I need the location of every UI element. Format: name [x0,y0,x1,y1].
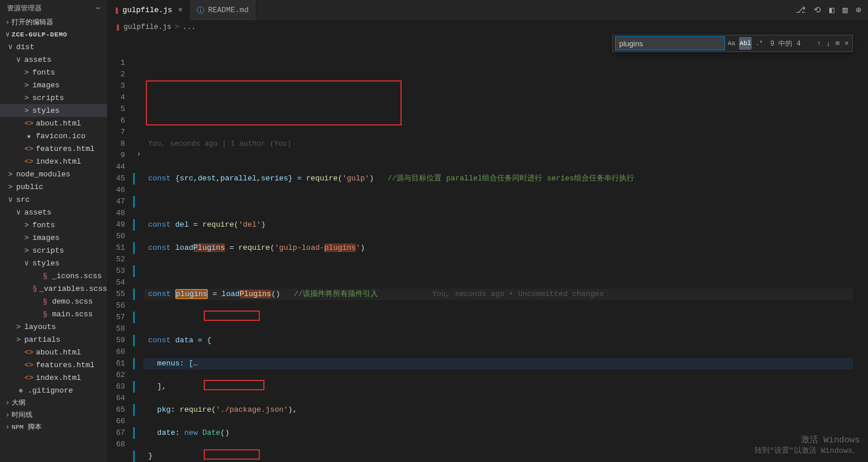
tree-item[interactable]: >scripts [0,91,107,104]
tree-item-label: demo.scss [52,297,93,306]
line-number: 50 [108,231,125,242]
tree-item[interactable]: >styles [0,104,107,117]
tree-item[interactable]: ∨assets [0,206,107,219]
file-icon: ⓘ [197,5,204,16]
file-icon: <> [24,157,34,166]
tree-item[interactable]: ∨dist [0,40,107,53]
more-actions-icon[interactable]: ⊕ [856,5,861,16]
line-number: 59 [108,335,125,346]
tree-item[interactable]: <>features.html [0,142,107,155]
chevron-right-icon: › [3,423,12,431]
chevron-icon: > [24,106,32,115]
explorer-more-icon[interactable]: ⋯ [96,4,100,13]
line-number: 8 [108,138,125,150]
split-editor-icon[interactable]: ◧ [829,5,834,16]
match-word-toggle[interactable]: Abl [739,37,752,50]
minimap[interactable] [853,34,868,450]
line-number: 58 [108,323,125,335]
line-number: 51 [108,242,125,254]
tree-item-label: about.html [36,119,81,128]
tree-item-label: _icons.scss [52,272,102,280]
gitlens-inline-blame [378,290,432,298]
tree-item[interactable]: >layouts [0,320,107,333]
file-icon: <> [24,119,34,128]
close-find-icon[interactable]: × [844,39,849,48]
line-number: 9 [108,150,125,161]
tree-item[interactable]: §_icons.scss [0,269,107,282]
tree-item[interactable]: >fonts [0,66,107,79]
chevron-right-icon: › [3,411,12,419]
regex-toggle[interactable]: .* [753,37,766,50]
tree-item[interactable]: <>about.html [0,117,107,130]
compare-icon[interactable]: ⟲ [814,5,821,16]
code-content[interactable]: You, seconds ago | 1 author (You) const … [144,34,868,462]
find-in-selection-icon[interactable]: ≡ [835,39,840,48]
match-case-toggle[interactable]: Aa [725,37,738,50]
tree-item[interactable]: <>index.html [0,155,107,168]
section-npm[interactable]: › NPM 脚本 [0,421,107,433]
tree-item[interactable]: ∨styles [0,257,107,269]
tree-item[interactable]: >node_modules [0,168,107,180]
line-number: 60 [108,346,125,358]
tree-item[interactable]: <>index.html [0,371,107,384]
code-editor[interactable]: 1234567894445464748495051525354555657585… [108,34,868,462]
split-editor-icon-2[interactable]: ▥ [843,5,848,16]
breadcrumb[interactable]: ❚ gulpfile.js > ... [108,20,868,34]
find-count: 9 中的 4 [770,39,801,49]
tree-item-label: node_modules [16,170,71,179]
line-number: 54 [108,277,125,289]
tree-item[interactable]: §demo.scss [0,295,107,308]
find-next-icon[interactable]: ↓ [826,39,831,48]
file-icon: ★ [24,131,34,141]
tree-item-label: layouts [24,323,56,331]
fold-icon[interactable]: › [134,150,144,161]
tree-item-label: styles [32,106,60,115]
source-control-icon[interactable]: ⎇ [796,5,806,16]
tree-item[interactable]: <>about.html [0,346,107,358]
tree-item-label: .gitignore [28,386,73,395]
tree-item[interactable]: >images [0,231,107,244]
tree-item[interactable]: ∨assets [0,53,107,66]
tree-item-label: styles [32,259,60,268]
tree-item-label: fonts [32,68,55,77]
tree-item-label: partials [24,335,60,344]
tree-item[interactable]: ◆.gitignore [0,384,107,397]
find-prev-icon[interactable]: ↑ [817,39,822,48]
tree-item[interactable]: §main.scss [0,308,107,320]
chevron-icon: > [8,170,16,179]
section-outline[interactable]: › 大纲 [0,397,107,409]
tab-bar: ❚gulpfile.js×ⓘREADME.md ⎇ ⟲ ◧ ▥ ⊕ [108,0,868,20]
tree-item[interactable]: >fonts [0,219,107,231]
line-number: 64 [108,393,125,404]
tab-label: README.md [208,6,248,14]
file-icon: <> [24,348,34,357]
line-number: 65 [108,404,125,416]
tree-item[interactable]: ★favicon.ico [0,130,107,142]
editor-tab[interactable]: ⓘREADME.md [190,0,256,20]
tree-item-label: main.scss [52,310,93,319]
sidebar: 资源管理器 ⋯ › 打开的编辑器 ∨ ZCE-GULP-DEMO ∨dist∨a… [0,0,108,462]
section-project[interactable]: ∨ ZCE-GULP-DEMO [0,28,107,40]
file-icon: <> [24,374,34,382]
tree-item[interactable]: >scripts [0,244,107,257]
line-number: 4 [108,92,125,104]
tree-item[interactable]: >images [0,79,107,91]
breadcrumb-more: ... [183,23,196,31]
close-tab-icon[interactable]: × [178,6,183,14]
tree-item-label: src [16,195,30,204]
tree-item-label: scripts [32,246,64,255]
chevron-icon: > [24,221,32,230]
tree-item[interactable]: <>features.html [0,358,107,371]
tree-item[interactable]: >partials [0,333,107,346]
tree-item[interactable]: >public [0,180,107,193]
tree-item[interactable]: §_variables.scss [0,282,107,295]
find-widget: Aa Abl .* 9 中的 4 ↑ ↓ ≡ × [612,35,853,52]
find-input[interactable] [615,36,725,50]
tree-item-label: favicon.ico [36,132,86,141]
tree-item-label: index.html [36,157,81,166]
section-open-editors[interactable]: › 打开的编辑器 [0,16,107,28]
editor-tab[interactable]: ❚gulpfile.js× [108,0,190,20]
line-number: 62 [108,369,125,381]
tree-item[interactable]: ∨src [0,193,107,206]
section-timeline[interactable]: › 时间线 [0,409,107,421]
